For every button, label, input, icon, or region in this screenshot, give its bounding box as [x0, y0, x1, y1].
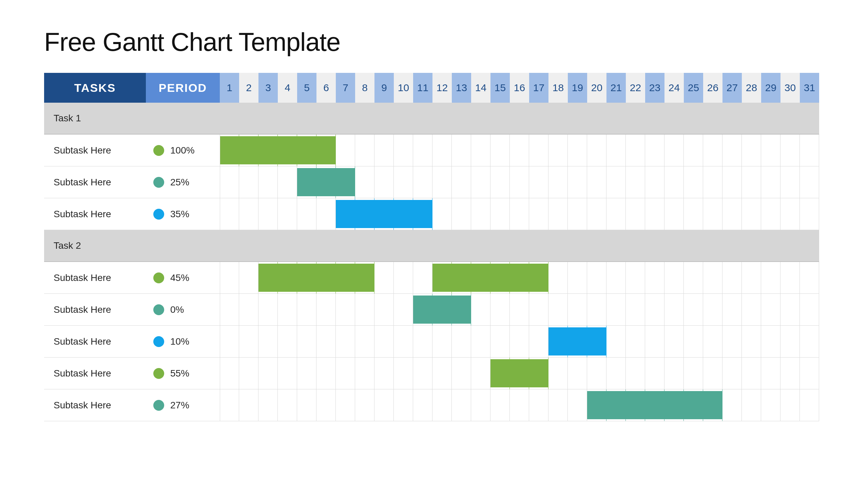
- gantt-cell: [587, 358, 606, 389]
- gantt-cell: [664, 135, 684, 166]
- gantt-bar: [220, 136, 239, 164]
- gantt-cell: [664, 326, 684, 358]
- gantt-cell: [529, 103, 548, 135]
- gantt-cell: [780, 198, 800, 230]
- header-day-31: 31: [800, 73, 819, 103]
- gantt-cell: [413, 294, 432, 326]
- gantt-cell: [606, 358, 626, 389]
- gantt-cell: [413, 103, 432, 135]
- gantt-cell: [413, 262, 432, 294]
- gantt-cell: [278, 262, 297, 294]
- gantt-cell: [490, 166, 510, 198]
- gantt-bar: [374, 200, 393, 228]
- header-day-5: 5: [297, 73, 316, 103]
- gantt-bar: [606, 391, 625, 419]
- gantt-cell: [587, 103, 606, 135]
- gantt-cell: [336, 358, 355, 389]
- gantt-cell: [722, 198, 742, 230]
- gantt-cell: [568, 230, 587, 262]
- completion-pct: 27%: [170, 400, 189, 411]
- gantt-bar: [336, 200, 355, 228]
- gantt-cell: [471, 262, 490, 294]
- subtask-period: 0%: [146, 294, 220, 326]
- gantt-cell: [452, 326, 471, 358]
- gantt-cell: [722, 358, 742, 389]
- gantt-cell: [220, 389, 239, 421]
- gantt-cell: [239, 358, 258, 389]
- gantt-cell: [722, 103, 742, 135]
- gantt-cell: [239, 389, 258, 421]
- gantt-cell: [471, 103, 490, 135]
- gantt-cell: [355, 294, 374, 326]
- gantt-cell: [452, 198, 471, 230]
- gantt-cell: [316, 198, 336, 230]
- gantt-cell: [703, 294, 722, 326]
- gantt-cell: [510, 166, 529, 198]
- gantt-cell: [452, 262, 471, 294]
- gantt-cell: [510, 262, 529, 294]
- gantt-cell: [374, 326, 394, 358]
- gantt-cell: [664, 103, 684, 135]
- gantt-bar: [664, 391, 683, 419]
- gantt-cell: [568, 294, 587, 326]
- gantt-cell: [278, 326, 297, 358]
- gantt-cell: [432, 166, 452, 198]
- header-day-18: 18: [548, 73, 568, 103]
- gantt-cell: [645, 326, 664, 358]
- gantt-cell: [297, 135, 316, 166]
- gantt-cell: [297, 262, 316, 294]
- gantt-cell: [780, 294, 800, 326]
- gantt-cell: [626, 103, 645, 135]
- gantt-bar: [355, 264, 374, 292]
- gantt-cell: [626, 166, 645, 198]
- gantt-cell: [239, 198, 258, 230]
- gantt-cell: [664, 358, 684, 389]
- gantt-cell: [703, 262, 722, 294]
- completion-pct: 0%: [170, 304, 184, 315]
- gantt-bar: [316, 168, 335, 196]
- gantt-cell: [297, 230, 316, 262]
- header-day-15: 15: [490, 73, 510, 103]
- header-day-14: 14: [471, 73, 490, 103]
- subtask-label: Subtask Here: [44, 294, 146, 326]
- gantt-cell: [568, 166, 587, 198]
- gantt-cell: [664, 230, 684, 262]
- gantt-bar: [684, 391, 703, 419]
- gantt-cell: [510, 294, 529, 326]
- gantt-cell: [452, 135, 471, 166]
- gantt-cell: [800, 294, 819, 326]
- gantt-cell: [510, 198, 529, 230]
- gantt-cell: [297, 198, 316, 230]
- gantt-cell: [490, 135, 510, 166]
- gantt-cell: [722, 230, 742, 262]
- gantt-cell: [413, 230, 432, 262]
- header-day-6: 6: [316, 73, 336, 103]
- gantt-cell: [684, 198, 703, 230]
- gantt-bar: [529, 264, 548, 292]
- gantt-cell: [394, 262, 413, 294]
- gantt-cell: [278, 230, 297, 262]
- gantt-bar: [471, 264, 490, 292]
- gantt-cell: [355, 262, 374, 294]
- group-period: [146, 103, 220, 135]
- gantt-cell: [510, 135, 529, 166]
- gantt-bar: [336, 264, 355, 292]
- gantt-cell: [394, 198, 413, 230]
- gantt-bar: [490, 359, 509, 387]
- gantt-cell: [432, 326, 452, 358]
- gantt-cell: [800, 103, 819, 135]
- gantt-cell: [703, 166, 722, 198]
- gantt-bar: [316, 136, 335, 164]
- header-day-3: 3: [258, 73, 278, 103]
- gantt-cell: [297, 294, 316, 326]
- gantt-cell: [780, 103, 800, 135]
- gantt-cell: [316, 262, 336, 294]
- gantt-bar: [278, 136, 297, 164]
- subtask-period: 55%: [146, 358, 220, 389]
- subtask-label: Subtask Here: [44, 198, 146, 230]
- gantt-cell: [529, 389, 548, 421]
- gantt-cell: [606, 103, 626, 135]
- gantt-cell: [742, 358, 761, 389]
- gantt-cell: [278, 166, 297, 198]
- gantt-cell: [548, 166, 568, 198]
